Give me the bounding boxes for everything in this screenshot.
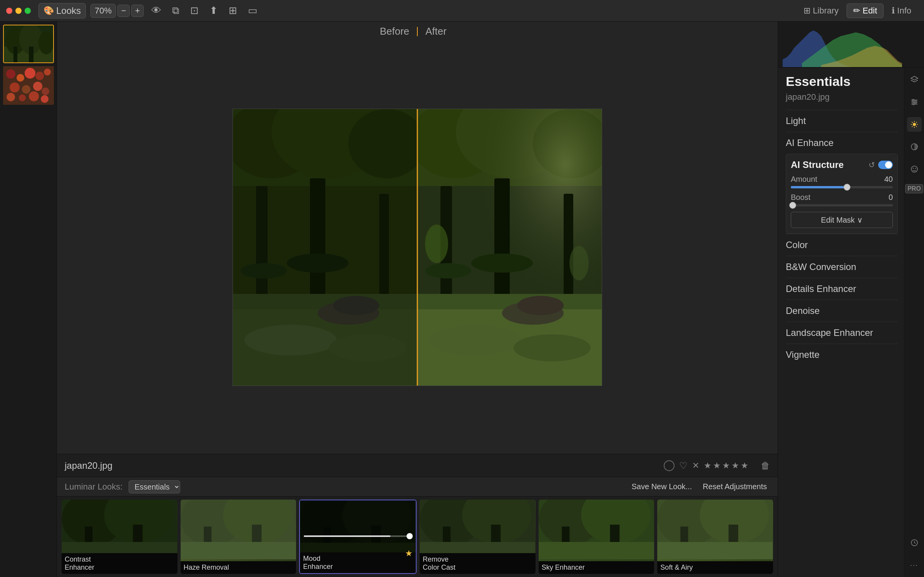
svg-point-99 [912,103,914,105]
tab-info[interactable]: ℹ Info [885,3,918,18]
star-2[interactable]: ★ [713,461,721,471]
svg-point-52 [429,325,521,356]
boost-slider-track[interactable] [791,204,893,206]
amount-slider-track[interactable] [791,186,893,188]
tab-library[interactable]: ⊞ Library [797,3,845,18]
section-denoise[interactable]: Denoise [786,300,898,322]
zoom-display[interactable]: 70% [90,4,116,18]
section-ai-structure[interactable]: AI Structure ↺ Amount 40 [786,154,898,234]
mood-slider-thumb[interactable] [407,533,413,539]
svg-point-34 [333,296,379,315]
save-new-look-button[interactable]: Save New Look... [629,481,695,493]
grid-icon[interactable]: ⊞ [226,3,240,18]
thumbnail-spices[interactable] [3,66,54,105]
thumbnail-forest[interactable] [3,25,54,63]
amount-slider-row: Amount 40 [791,175,893,188]
split-divider[interactable] [417,109,418,386]
svg-point-10 [25,68,35,79]
svg-rect-68 [181,500,296,559]
star-4[interactable]: ★ [732,461,739,471]
eye-icon[interactable]: 👁 [148,3,164,18]
delete-button[interactable]: 🗑 [761,460,770,471]
mood-label: Mood Enhancer [300,552,416,573]
looks-button[interactable]: 🎨 Looks [38,3,86,18]
face-icon [910,165,919,173]
svg-point-111 [912,168,913,169]
zoom-plus-button[interactable]: + [131,5,144,17]
denoise-label: Denoise [786,305,820,316]
more-icon-btn[interactable]: ··· [907,558,922,572]
profile-button[interactable] [664,460,675,471]
amount-slider-thumb[interactable] [844,184,850,191]
star-1[interactable]: ★ [704,461,711,471]
crop-icon[interactable]: ⊡ [187,3,202,18]
ai-enhance-label: AI Enhance [786,138,834,148]
svg-line-107 [916,122,917,123]
section-ai-enhance-header: AI Enhance [786,138,898,148]
look-thumb-soft[interactable]: Soft & Airy [657,500,773,574]
svg-point-30 [287,253,348,273]
sun-icon [910,120,919,129]
adjustments-icon-btn[interactable] [907,95,922,109]
clock-icon-btn[interactable] [907,535,922,550]
svg-point-16 [42,87,49,95]
look-thumb-mood[interactable]: ★ Mood Enhancer [299,500,417,574]
color-label: Color [786,240,808,250]
looks-label: Looks [56,5,81,16]
section-bw[interactable]: B&W Conversion [786,256,898,278]
after-image [417,109,602,386]
amount-value: 40 [884,175,893,184]
section-landscape[interactable]: Landscape Enhancer [786,322,898,344]
section-ai-enhance[interactable]: AI Enhance [786,132,898,154]
maximize-button[interactable] [25,8,31,14]
section-light[interactable]: Light [786,110,898,132]
ai-structure-toggle[interactable] [878,161,893,169]
zoom-minus-button[interactable]: − [117,5,130,17]
looks-bar: Luminar Looks: Essentials Save New Look.… [57,477,778,496]
svg-rect-6 [29,47,33,63]
bw-label: B&W Conversion [786,262,856,272]
svg-point-97 [912,99,914,101]
look-thumb-haze[interactable]: Haze Removal [181,500,296,574]
share-icon[interactable]: ⬆ [206,3,221,18]
favorite-button[interactable]: ♡ [679,460,688,471]
section-vignette[interactable]: Vignette [786,344,898,366]
reject-icon[interactable]: ✕ [692,461,699,471]
boost-slider-thumb[interactable] [789,202,796,209]
ai-structure-reset-button[interactable]: ↺ [869,160,875,169]
compare-icon[interactable]: ⧉ [169,3,182,18]
edit-mask-button[interactable]: Edit Mask ∨ [791,212,893,228]
looks-dropdown[interactable]: Essentials [129,480,180,493]
before-image [233,109,417,386]
histogram-area [778,22,924,68]
image-container[interactable] [57,40,778,454]
palette-icon-btn[interactable] [907,139,922,154]
star-3[interactable]: ★ [722,461,730,471]
looks-actions: Save New Look... Reset Adjustments [629,481,770,493]
star-5[interactable]: ★ [741,461,748,471]
face-icon-btn[interactable] [907,162,922,176]
svg-point-19 [29,91,39,101]
svg-line-106 [916,126,917,127]
reset-adjustments-button[interactable]: Reset Adjustments [700,481,770,493]
split-image[interactable] [233,109,602,386]
tab-edit[interactable]: ✏ Edit [847,3,884,18]
close-button[interactable] [6,8,12,14]
look-thumb-remove[interactable]: Remove Color Cast [420,500,536,574]
info-icon: ℹ [892,6,895,16]
svg-point-12 [44,69,51,75]
svg-point-110 [911,166,917,172]
svg-rect-86 [539,542,654,559]
look-thumb-contrast[interactable]: Contrast Enhancer [62,500,177,574]
contrast-svg [62,500,177,553]
contrast-thumb-img [62,500,177,553]
section-color[interactable]: Color [786,234,898,256]
minimize-button[interactable] [15,8,22,14]
look-thumb-sky[interactable]: Sky Enhancer [539,500,654,574]
layers-icon-btn[interactable] [907,72,922,87]
window-icon[interactable]: ▭ [245,3,261,18]
svg-point-36 [329,334,406,361]
section-details[interactable]: Details Enhancer [786,278,898,300]
svg-point-35 [244,325,337,356]
sun-icon-btn[interactable] [907,117,922,132]
